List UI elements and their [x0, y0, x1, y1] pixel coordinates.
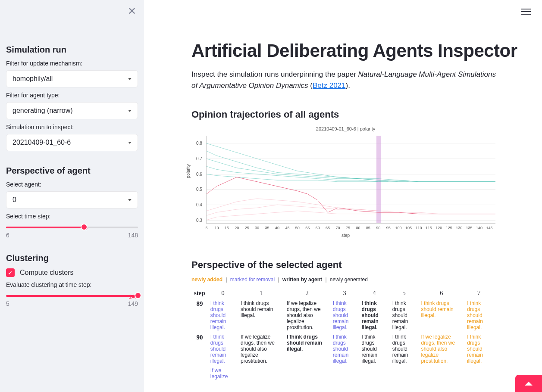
perspective-heading: Perspective of the selected agent	[191, 259, 521, 271]
col-header: 3	[330, 288, 359, 299]
chevron-down-icon	[128, 110, 132, 112]
run-select-label: Simulation run to inspect:	[6, 124, 138, 131]
legend-marked-removal: marked for removal	[230, 277, 275, 283]
opinion-cell	[284, 366, 330, 381]
opinion-cell	[464, 366, 493, 381]
select-agent-label: Select agent:	[6, 181, 138, 188]
col-header: 4	[359, 288, 389, 299]
hamburger-icon[interactable]	[521, 7, 531, 16]
opinion-cell: I think drugs should remain illegal.	[464, 299, 493, 332]
col-header: 0	[208, 288, 238, 299]
col-header: 7	[464, 288, 493, 299]
legend: newly added | marked for removal | writt…	[191, 277, 521, 283]
run-value: 20210409-01_60-6	[13, 139, 71, 146]
filter-mechanism-label: Filter for update mechanism:	[6, 60, 138, 67]
select-agent[interactable]: 0	[6, 191, 138, 208]
trajectories-heading: Opinion trajectories of all agents	[191, 109, 521, 120]
time-step-min: 6	[6, 232, 9, 239]
section-simulation-run: Simulation run	[6, 45, 138, 55]
table-row: 90I think drugs should remain illegal.If…	[191, 332, 493, 366]
section-perspective: Perspective of agent	[6, 166, 138, 176]
col-header: 1	[238, 288, 284, 299]
chevron-down-icon	[128, 142, 132, 144]
opinion-cell: I think drugs should remain illegal.	[418, 299, 464, 332]
opinion-cell: If we legalize drugs, then we should als…	[238, 332, 284, 366]
chart-xlabel: step	[196, 233, 495, 238]
chevron-down-icon	[128, 199, 132, 201]
chart-title: 20210409-01_60-6 | polarity	[196, 126, 495, 131]
filter-agent-type-select[interactable]: generating (narrow)	[6, 102, 138, 119]
page-title: Artificial Deliberating Agents Inspector	[191, 40, 521, 61]
eval-cluster-min: 5	[6, 300, 9, 307]
opinion-cell: I think drugs should remain illegal.	[330, 332, 359, 366]
opinion-cell	[330, 366, 359, 381]
opinion-cell: I think drugs should remain illegal.	[390, 332, 419, 366]
time-step-label: Select time step:	[6, 213, 138, 220]
eval-cluster-slider[interactable]: 149 5 149	[6, 295, 138, 307]
opinion-cell: I think drugs should remain illegal.	[208, 299, 238, 332]
run-select[interactable]: 20210409-01_60-6	[6, 134, 138, 151]
page-subtitle: Inspect the simulation runs underpinning…	[191, 69, 502, 92]
select-agent-value: 0	[13, 196, 16, 204]
legend-written-by-agent: written by agent	[282, 277, 322, 283]
time-step-max: 148	[128, 232, 138, 239]
filter-mechanism-select[interactable]: homophily/all	[6, 70, 138, 87]
chart-ylabel: polarity	[186, 164, 191, 178]
opinion-cell	[390, 366, 419, 381]
eval-cluster-max: 149	[128, 300, 138, 307]
opinion-cell: I think drugs should remain illegal.	[238, 299, 284, 332]
chevron-down-icon	[128, 78, 132, 80]
opinion-table: step01234567 89I think drugs should rema…	[191, 288, 493, 381]
opinion-cell: I think drugs should remain illegal.	[284, 332, 330, 366]
filter-mechanism-value: homophily/all	[13, 75, 53, 83]
opinion-cell	[418, 366, 464, 381]
col-header: 2	[284, 288, 330, 299]
table-row: If we legalize	[191, 366, 493, 381]
opinion-cell: If we legalize drugs, then we should als…	[284, 299, 330, 332]
opinion-cell: I think drugs should remain illegal.	[359, 299, 389, 332]
legend-newly-added: newly added	[191, 277, 222, 283]
opinion-cell: I think drugs should remain illegal.	[330, 299, 359, 332]
opinion-cell: I think drugs should remain illegal.	[359, 332, 389, 366]
opinion-cell	[238, 366, 284, 381]
streamlit-badge[interactable]	[515, 375, 542, 392]
col-header: 5	[390, 288, 419, 299]
eval-cluster-label: Evaluate clustering at time step:	[6, 281, 138, 288]
legend-newly-generated: newly generated	[330, 277, 368, 283]
compute-clusters-label: Compute clusters	[20, 269, 74, 277]
table-row: 89I think drugs should remain illegal.I …	[191, 299, 493, 332]
paper-link[interactable]: Betz 2021	[313, 81, 346, 90]
sidebar: ✕ Simulation run Filter for update mecha…	[0, 0, 144, 392]
filter-agent-type-value: generating (narrow)	[13, 107, 73, 115]
opinion-cell: I think drugs should remain illegal.	[208, 332, 238, 366]
compute-clusters-checkbox[interactable]: ✓	[6, 268, 15, 277]
main-content: Artificial Deliberating Agents Inspector…	[144, 0, 542, 392]
col-header: 6	[418, 288, 464, 299]
opinion-cell: If we legalize	[208, 366, 238, 381]
filter-agent-type-label: Filter for agent type:	[6, 92, 138, 99]
opinion-trajectories-chart: 20210409-01_60-6 | polarity polarity 0.3…	[196, 126, 495, 238]
time-step-slider[interactable]: 90 6 148	[6, 227, 138, 239]
step-header: step	[191, 288, 208, 299]
close-icon[interactable]: ✕	[128, 6, 136, 16]
opinion-cell	[359, 366, 389, 381]
opinion-cell: I think drugs should remain illegal.	[390, 299, 419, 332]
opinion-cell: I think drugs should remain illegal.	[464, 332, 493, 366]
section-clustering: Clustering	[6, 253, 138, 263]
opinion-cell: If we legalize drugs, then we should als…	[418, 332, 464, 366]
